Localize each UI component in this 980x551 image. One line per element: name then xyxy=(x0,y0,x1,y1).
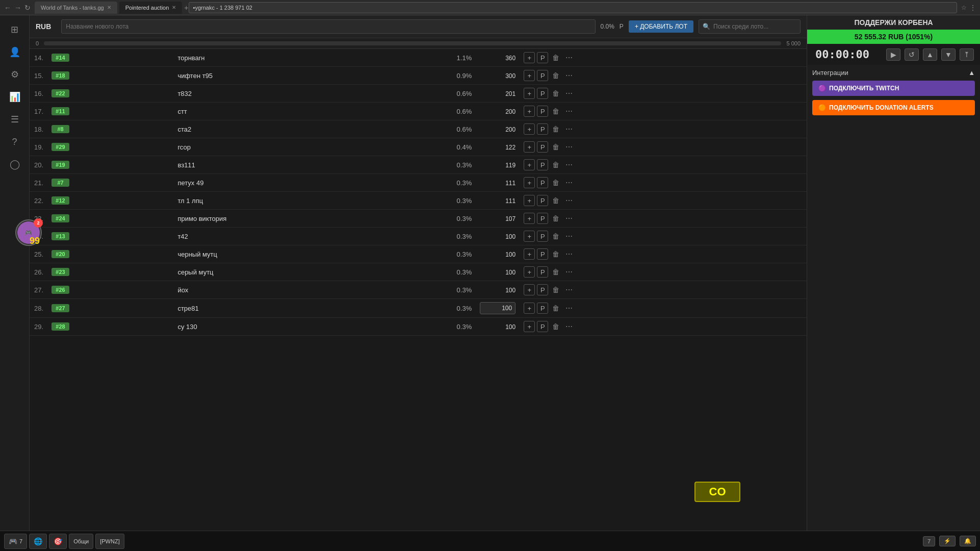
more-button[interactable]: ⋯ xyxy=(563,88,575,98)
twitch-overlay-badge[interactable]: 🎮 2 xyxy=(15,219,42,246)
delete-button[interactable]: 🗑 xyxy=(550,124,561,134)
delete-button[interactable]: 🗑 xyxy=(550,285,561,295)
currency-button[interactable]: Р xyxy=(537,70,548,81)
delete-button[interactable]: 🗑 xyxy=(550,195,561,206)
more-button[interactable]: ⋯ xyxy=(563,160,575,170)
delete-button[interactable]: 🗑 xyxy=(550,213,561,223)
delete-button[interactable]: 🗑 xyxy=(550,142,561,152)
increment-button[interactable]: + xyxy=(524,52,535,63)
sidebar-icon-settings[interactable]: ⚙ xyxy=(5,64,25,85)
sidebar-icon-profile[interactable]: ◯ xyxy=(5,154,25,174)
increment-button[interactable]: + xyxy=(524,106,535,117)
forward-button[interactable]: → xyxy=(14,4,21,12)
currency-button[interactable]: Р xyxy=(537,213,548,224)
more-button[interactable]: ⋯ xyxy=(563,70,575,81)
currency-button[interactable]: Р xyxy=(537,159,548,170)
tab-auction-close[interactable]: ✕ xyxy=(172,5,176,10)
delete-button[interactable]: 🗑 xyxy=(550,53,561,63)
sidebar-icon-chart[interactable]: 📊 xyxy=(5,87,25,107)
integrations-collapse-icon[interactable]: ▲ xyxy=(968,69,975,77)
tab-wot-close[interactable]: ✕ xyxy=(107,5,111,10)
sidebar-icon-help[interactable]: ? xyxy=(5,132,25,152)
increment-button[interactable]: + xyxy=(524,70,535,81)
increment-button[interactable]: + xyxy=(524,248,535,260)
increment-button[interactable]: + xyxy=(524,123,535,135)
more-button[interactable]: ⋯ xyxy=(563,231,575,241)
taskbar-item-4[interactable]: Общи xyxy=(69,534,93,549)
currency-button[interactable]: Р xyxy=(537,231,548,242)
timer-reset-button[interactable]: ↺ xyxy=(905,48,919,61)
delete-button[interactable]: 🗑 xyxy=(550,303,561,313)
currency-button[interactable]: Р xyxy=(537,321,548,332)
currency-button[interactable]: Р xyxy=(537,266,548,278)
increment-button[interactable]: + xyxy=(524,231,535,242)
delete-button[interactable]: 🗑 xyxy=(550,106,561,116)
taskbar-item-2[interactable]: 🌐 xyxy=(29,534,47,549)
delete-button[interactable]: 🗑 xyxy=(550,267,561,277)
twitch-connect-button[interactable]: 🟣 ПОДКЛЮЧИТЬ TWITCH xyxy=(812,81,975,96)
address-bar[interactable] xyxy=(189,2,957,13)
refresh-button[interactable]: ↻ xyxy=(24,4,31,12)
taskbar-item-3[interactable]: 🎯 xyxy=(49,534,67,549)
more-button[interactable]: ⋯ xyxy=(563,267,575,277)
tab-auction[interactable]: Pointered auction ✕ xyxy=(119,2,183,14)
increment-button[interactable]: + xyxy=(524,88,535,99)
more-button[interactable]: ⋯ xyxy=(563,321,575,332)
more-button[interactable]: ⋯ xyxy=(563,285,575,295)
timer-play-button[interactable]: ▶ xyxy=(886,48,900,61)
bookmark-button[interactable]: ☆ xyxy=(961,4,967,11)
taskbar-item-1[interactable]: 🎮 7 xyxy=(4,534,27,549)
currency-button[interactable]: Р xyxy=(537,284,548,295)
currency-button[interactable]: Р xyxy=(537,195,548,206)
lots-table-container[interactable]: 14. #14 торнваrн 1.1% 360 + Р 🗑 ⋯ 15. #1… xyxy=(30,49,807,533)
sidebar-icon-user[interactable]: 👤 xyxy=(5,42,25,62)
more-button[interactable]: ⋯ xyxy=(563,124,575,134)
currency-button[interactable]: Р xyxy=(537,88,548,99)
sidebar-icon-list[interactable]: ☰ xyxy=(5,109,25,130)
delete-button[interactable]: 🗑 xyxy=(550,321,561,332)
increment-button[interactable]: + xyxy=(524,266,535,278)
currency-button[interactable]: Р xyxy=(537,141,548,153)
more-button[interactable]: ⋯ xyxy=(563,106,575,116)
more-button[interactable]: ⋯ xyxy=(563,249,575,259)
menu-button[interactable]: ⋮ xyxy=(970,4,976,11)
amount-input[interactable] xyxy=(480,302,515,314)
more-button[interactable]: ⋯ xyxy=(563,142,575,152)
back-button[interactable]: ← xyxy=(4,4,11,12)
increment-button[interactable]: + xyxy=(524,303,535,314)
increment-button[interactable]: + xyxy=(524,321,535,332)
currency-button[interactable]: Р xyxy=(537,106,548,117)
delete-button[interactable]: 🗑 xyxy=(550,88,561,98)
increment-button[interactable]: + xyxy=(524,177,535,188)
currency-button[interactable]: Р xyxy=(537,248,548,260)
donation-connect-button[interactable]: 🟠 ПОДКЛЮЧИТЬ DONATION ALERTS xyxy=(812,100,975,115)
tab-wot[interactable]: World of Tanks - tanks.gg ✕ xyxy=(35,2,117,14)
currency-button[interactable]: Р xyxy=(537,52,548,63)
increment-button[interactable]: + xyxy=(524,195,535,206)
timer-end-button[interactable]: ⤒ xyxy=(960,48,974,61)
new-lot-input[interactable] xyxy=(61,19,595,34)
increment-button[interactable]: + xyxy=(524,213,535,224)
currency-button[interactable]: Р xyxy=(537,123,548,135)
delete-button[interactable]: 🗑 xyxy=(550,160,561,170)
add-lot-button[interactable]: + ДОБАВИТЬ ЛОТ xyxy=(629,20,693,33)
currency-button[interactable]: Р xyxy=(537,177,548,188)
delete-button[interactable]: 🗑 xyxy=(550,231,561,241)
new-tab-button[interactable]: + xyxy=(184,4,188,12)
timer-up-button[interactable]: ▲ xyxy=(923,48,937,61)
more-button[interactable]: ⋯ xyxy=(563,213,575,223)
search-input[interactable] xyxy=(699,19,801,34)
timer-down-button[interactable]: ▼ xyxy=(941,48,956,61)
delete-button[interactable]: 🗑 xyxy=(550,178,561,188)
increment-button[interactable]: + xyxy=(524,141,535,153)
delete-button[interactable]: 🗑 xyxy=(550,249,561,259)
sidebar-icon-home[interactable]: ⊞ xyxy=(5,19,25,40)
increment-button[interactable]: + xyxy=(524,159,535,170)
more-button[interactable]: ⋯ xyxy=(563,53,575,63)
more-button[interactable]: ⋯ xyxy=(563,303,575,313)
taskbar-item-5[interactable]: [PWNZ] xyxy=(95,534,124,549)
currency-button[interactable]: Р xyxy=(537,303,548,314)
delete-button[interactable]: 🗑 xyxy=(550,70,561,81)
increment-button[interactable]: + xyxy=(524,284,535,295)
more-button[interactable]: ⋯ xyxy=(563,195,575,206)
